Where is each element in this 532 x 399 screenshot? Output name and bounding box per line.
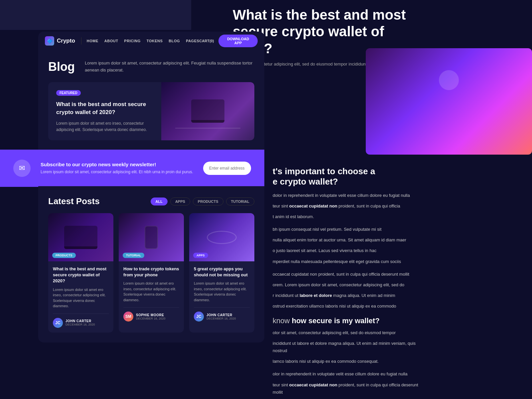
article-p14: lamco laboris nisi ut aliquip ex ea comm… [273, 358, 419, 365]
hero-image [366, 48, 532, 155]
latest-posts-section: Latest Posts ALL APPS PRODUCTS TUTORIAL … [38, 186, 264, 342]
post-body-3: 5 great crypto apps you should not be mi… [189, 261, 254, 326]
author-name-3: JOHN CARTER [206, 313, 236, 317]
nav-pricing[interactable]: PRICING [124, 39, 140, 43]
post-date-2: DECEMBER 16, 2020 [136, 317, 166, 320]
avatar-2: SM [123, 312, 133, 322]
post-body-1: What is the best and most secure crypto … [48, 261, 113, 332]
newsletter-title: Subscribe to our crypto news weekly news… [41, 162, 193, 167]
nav-divider [81, 37, 81, 45]
newsletter-section: ✉ Subscribe to our crypto news weekly ne… [0, 150, 264, 187]
latest-posts-title: Latest Posts [48, 196, 100, 206]
article-p9: orem. Lorem ipsum dolor sit amet, consec… [273, 281, 419, 289]
post-date-3: DECEMBER 16, 2020 [206, 317, 236, 320]
laptop-shape [191, 99, 224, 123]
post-image-2: TUTORIAL [119, 213, 184, 261]
author-info-3: JOHN CARTER DECEMBER 16, 2020 [206, 313, 236, 320]
nav-home[interactable]: HOME [87, 39, 98, 43]
post-desc-1: Lorem ipsum dolor sit amet ero irseo, co… [53, 287, 109, 309]
highlight-2: labore et dolore [300, 293, 332, 298]
email-input[interactable] [209, 166, 251, 171]
post-date-1: DECEMBER 16, 2020 [66, 323, 95, 326]
nav-pages[interactable]: PAGES [186, 39, 199, 43]
avatar-3: JC [194, 312, 204, 322]
post-badge-3: APPS [193, 253, 208, 258]
blog-title: Blog [48, 60, 75, 74]
nav-blog[interactable]: BLOG [169, 39, 180, 43]
top-bg [0, 0, 191, 30]
post-badge-1: PRODUCTS [52, 253, 76, 258]
posts-grid: PRODUCTS What is the best and most secur… [48, 213, 254, 332]
mail-icon: ✉ [13, 160, 31, 177]
blog-header: Blog Lorem ipsum dolor sit amet, consect… [48, 60, 254, 74]
featured-laptop-visual [161, 82, 254, 140]
author-info-1: JOHN CARTER DECEMBER 16, 2020 [66, 319, 95, 326]
article-p13: incididunt ut labore et dolore magna ali… [273, 340, 419, 354]
filter-apps[interactable]: APPS [170, 198, 190, 205]
author-info-2: SOPHIE MOORE DECEMBER 16, 2020 [136, 313, 166, 320]
post-image-1: PRODUCTS [48, 213, 113, 261]
article-p16: teur sint occaecat cupidatat non proiden… [273, 381, 419, 396]
article-p1: dolor in reprehenderit in voluptate veli… [273, 192, 419, 199]
logo-icon: 🔷 [45, 36, 54, 46]
nav-actions: CART(0) DOWNLOAD APP [199, 35, 258, 47]
post-desc-2: Lorem ipsum dolor sit amet ero irseo, co… [123, 281, 179, 303]
article-p11: ostrud exercitation ullamco laboris nisi… [273, 303, 419, 310]
post-image-3: APPS [189, 213, 254, 261]
post-wave-shape [207, 231, 237, 244]
know-label: know [273, 317, 292, 325]
avatar-1: JC [53, 318, 63, 328]
highlight-1: occaecat cupidatat non [289, 203, 337, 208]
post-desc-3: Lorem ipsum dolor sit amet ero irseo, co… [194, 281, 250, 303]
post-badge-2: TUTORIAL [123, 253, 144, 258]
featured-card-text: FEATURED What is the best and most secur… [48, 82, 161, 140]
nav-tokens[interactable]: TOKENS [147, 39, 163, 43]
mail-symbol: ✉ [19, 164, 25, 173]
author-name-2: SOPHIE MOORE [136, 313, 166, 317]
cart-label[interactable]: CART(0) [199, 39, 214, 43]
article-p3: t anim id est laborum. [273, 213, 419, 220]
post-body-2: How to trade crypto tokens from your pho… [119, 261, 184, 326]
article-p15: olor in reprehenderit in voluptate velit… [273, 370, 419, 378]
newsletter-form[interactable]: SUBSCRIBE [203, 162, 251, 175]
download-button[interactable]: DOWNLOAD APP [218, 35, 258, 47]
highlight-3: occaecat cupidatat non [289, 382, 337, 387]
post-title-1: What is the best and most secure crypto … [53, 266, 109, 284]
latest-posts-header: Latest Posts ALL APPS PRODUCTS TUTORIAL [48, 196, 254, 206]
filter-products[interactable]: PRODUCTS [193, 198, 223, 205]
newsletter-text: Subscribe to our crypto news weekly news… [41, 162, 193, 175]
hero-laptop-visual [366, 48, 532, 155]
img-decoration [161, 82, 254, 140]
featured-card-title: What is the best and most secure crypto … [56, 100, 153, 116]
nav-links: HOME ABOUT PRICING TOKENS BLOG PAGES [87, 39, 200, 43]
article-p6: o justo laoreet sit amet. Lacus sed vive… [273, 247, 419, 254]
article-p10: r incididunt ut labore et dolore magna a… [273, 292, 419, 299]
filter-all[interactable]: ALL [151, 198, 168, 205]
post-card-3[interactable]: APPS 5 great crypto apps you should not … [189, 213, 254, 332]
filter-tutorial[interactable]: TUTORIAL [226, 198, 254, 205]
article-p8: occaecat cupidatat non proident, sunt in… [273, 271, 419, 278]
featured-card-desc: Lorem ipsum dolor sit amet ero irseo, co… [56, 120, 153, 133]
navbar: 🔷 Crypto HOME ABOUT PRICING TOKENS BLOG … [38, 32, 264, 50]
featured-card-image [161, 82, 254, 140]
post-card-2[interactable]: TUTORIAL How to trade crypto tokens from… [119, 213, 184, 332]
post-phone-shape [145, 226, 158, 249]
blog-content: Blog Lorem ipsum dolor sit amet, consect… [38, 50, 264, 150]
navbar-logo[interactable]: 🔷 Crypto [45, 36, 75, 46]
article-section4-title: know how secure is my wallet? [273, 317, 419, 325]
post-title-2: How to trade crypto tokens from your pho… [123, 266, 179, 278]
post-author-1: JC JOHN CARTER DECEMBER 16, 2020 [53, 314, 109, 328]
post-card-1[interactable]: PRODUCTS What is the best and most secur… [48, 213, 113, 332]
nav-about[interactable]: ABOUT [104, 39, 118, 43]
featured-card[interactable]: FEATURED What is the best and most secur… [48, 82, 254, 140]
blog-description: Lorem ipsum dolor sit amet, consectetur … [85, 60, 254, 74]
article-p4: bh ipsum consequat nisl vel pretium. Sed… [273, 226, 419, 233]
author-name-1: JOHN CARTER [66, 319, 95, 323]
newsletter-description: Lorem ipsum dolor sit amet, consectetur … [41, 169, 193, 175]
article-section1-title: t's important to choose ae crypto wallet… [273, 166, 419, 187]
post-title-3: 5 great crypto apps you should not be mi… [194, 266, 250, 278]
filter-tabs: ALL APPS PRODUCTS TUTORIAL [151, 198, 255, 205]
post-laptop-shape [64, 226, 97, 249]
article-p5: nulla aliquet enim tortor at auctor urna… [273, 236, 419, 244]
article-p12: olor sit amet, consectetur adipiscing el… [273, 329, 419, 336]
